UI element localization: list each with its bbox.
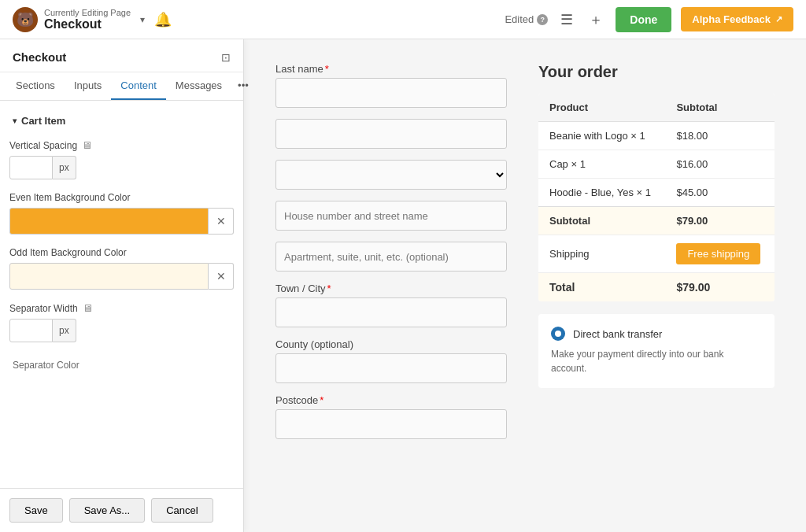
tab-sections[interactable]: Sections xyxy=(6,72,65,100)
shipping-value-cell: Free shipping xyxy=(665,235,775,273)
cancel-button[interactable]: Cancel xyxy=(151,498,213,523)
postcode-field: Postcode* xyxy=(275,394,507,439)
last-name-row: Last name* xyxy=(275,63,507,108)
total-label: Total xyxy=(538,273,665,302)
last-name-input[interactable] xyxy=(275,78,507,108)
add-button[interactable]: ＋ xyxy=(586,7,606,32)
page-content: Last name* xyxy=(244,39,806,532)
item-price: $45.00 xyxy=(665,179,775,207)
vertical-spacing-input-group: px xyxy=(9,156,234,179)
order-items-body: Beanie with Logo × 1 $18.00 Cap × 1 $16.… xyxy=(538,122,775,207)
editing-subtitle: Currently Editing Page xyxy=(44,8,131,17)
house-input[interactable] xyxy=(275,201,507,231)
town-input[interactable] xyxy=(275,297,507,327)
last-name-label: Last name* xyxy=(275,63,507,75)
even-bg-color-row: ✕ xyxy=(9,208,234,235)
topbar-left: 🐻 Currently Editing Page Checkout ▾ 🔔 xyxy=(13,7,175,32)
radio-dot xyxy=(555,331,561,337)
last-name-field: Last name* xyxy=(275,63,507,108)
payment-section: Direct bank transfer Make your payment d… xyxy=(538,314,775,388)
panel-title: Checkout xyxy=(13,50,66,64)
vertical-spacing-input[interactable] xyxy=(9,156,53,179)
table-row: Beanie with Logo × 1 $18.00 xyxy=(538,122,775,150)
tab-inputs[interactable]: Inputs xyxy=(65,72,111,100)
town-row: Town / City* xyxy=(275,283,507,327)
done-button[interactable]: Done xyxy=(616,7,671,32)
order-table: Product Subtotal Beanie with Logo × 1 $1… xyxy=(538,94,775,301)
panel-tabs: Sections Inputs Content Messages ••• xyxy=(0,72,243,101)
order-totals: Subtotal $79.00 Shipping Free shipping T… xyxy=(538,207,775,302)
separator-width-input[interactable] xyxy=(9,319,53,342)
sidebar-panel: Checkout ⊡ Sections Inputs Content Messa… xyxy=(0,39,244,532)
county-label: County (optional) xyxy=(275,338,507,350)
item-name: Beanie with Logo × 1 xyxy=(538,122,665,150)
apt-field xyxy=(275,242,507,272)
item-name: Hoodie - Blue, Yes × 1 xyxy=(538,179,665,207)
save-button[interactable]: Save xyxy=(9,498,63,523)
subtotal-label: Subtotal xyxy=(538,207,665,235)
order-summary: Your order Product Subtotal Beanie with … xyxy=(538,63,775,450)
postcode-row: Postcode* xyxy=(275,394,507,439)
apt-row xyxy=(275,242,507,272)
shipping-label: Shipping xyxy=(538,235,665,273)
tab-messages[interactable]: Messages xyxy=(166,72,231,100)
save-as-button[interactable]: Save As... xyxy=(69,498,146,523)
notifications-button[interactable]: 🔔 xyxy=(151,8,175,31)
separator-width-label: Separator Width 🖥 xyxy=(9,302,234,314)
house-row xyxy=(275,201,507,231)
title-group: Currently Editing Page Checkout xyxy=(44,8,131,31)
list-icon-button[interactable]: ☰ xyxy=(557,8,576,31)
cart-item-section[interactable]: ▾ Cart Item xyxy=(9,110,234,131)
topbar: 🐻 Currently Editing Page Checkout ▾ 🔔 Ed… xyxy=(0,0,806,39)
tab-content[interactable]: Content xyxy=(111,72,166,100)
item-name: Cap × 1 xyxy=(538,150,665,179)
county-input[interactable] xyxy=(275,353,507,383)
odd-bg-color-row: ✕ xyxy=(9,263,234,290)
odd-bg-color-clear[interactable]: ✕ xyxy=(209,263,234,290)
odd-bg-color-swatch[interactable] xyxy=(9,263,209,290)
first-name-input[interactable] xyxy=(275,119,507,149)
vertical-spacing-label: Vertical Spacing 🖥 xyxy=(9,139,234,151)
separator-width-field: Separator Width 🖥 px xyxy=(9,302,234,342)
first-name-row xyxy=(275,119,507,149)
radio-icon xyxy=(551,327,565,341)
even-bg-label: Even Item Background Color xyxy=(9,192,234,203)
vertical-spacing-field: Vertical Spacing 🖥 px xyxy=(9,139,234,179)
even-bg-color-swatch[interactable] xyxy=(9,208,209,235)
monitor-icon: 🖥 xyxy=(82,139,92,151)
table-row: Hoodie - Blue, Yes × 1 $45.00 xyxy=(538,179,775,207)
even-bg-color-clear[interactable]: ✕ xyxy=(209,208,234,235)
payment-label: Direct bank transfer xyxy=(573,328,662,340)
external-link-icon: ↗ xyxy=(775,14,782,24)
avatar: 🐻 xyxy=(13,7,38,32)
panel-body: ▾ Cart Item Vertical Spacing 🖥 px Even I… xyxy=(0,101,243,488)
separator-width-input-group: px xyxy=(9,319,234,342)
first-name-field xyxy=(275,119,507,149)
county-row: County (optional) xyxy=(275,338,507,383)
country-row xyxy=(275,160,507,190)
order-table-header: Product Subtotal xyxy=(538,94,775,122)
town-label: Town / City* xyxy=(275,283,507,294)
country-select[interactable] xyxy=(275,160,507,190)
alpha-feedback-button[interactable]: Alpha Feedback ↗ xyxy=(681,7,793,31)
subtotal-row: Subtotal $79.00 xyxy=(538,207,775,235)
chevron-down-icon[interactable]: ▾ xyxy=(140,14,145,25)
panel-footer: Save Save As... Cancel xyxy=(0,488,243,532)
postcode-input[interactable] xyxy=(275,409,507,439)
apt-input[interactable] xyxy=(275,242,507,272)
px-unit-label: px xyxy=(53,156,76,179)
shipping-row: Shipping Free shipping xyxy=(538,235,775,273)
postcode-label: Postcode* xyxy=(275,394,507,406)
even-bg-color-field: Even Item Background Color ✕ xyxy=(9,192,234,235)
maximize-icon[interactable]: ⊡ xyxy=(221,51,231,64)
house-field xyxy=(275,201,507,231)
item-price: $16.00 xyxy=(665,150,775,179)
order-title: Your order xyxy=(538,63,775,81)
separator-color-label: Separator Color xyxy=(9,355,234,375)
topbar-right: Edited ? ☰ ＋ Done Alpha Feedback ↗ xyxy=(505,7,793,32)
col-product: Product xyxy=(538,94,665,122)
subtotal-value: $79.00 xyxy=(665,207,775,235)
tab-more-button[interactable]: ••• xyxy=(231,72,255,100)
form-section: Last name* xyxy=(275,63,507,450)
payment-desc: Make your payment directly into our bank… xyxy=(551,347,762,375)
